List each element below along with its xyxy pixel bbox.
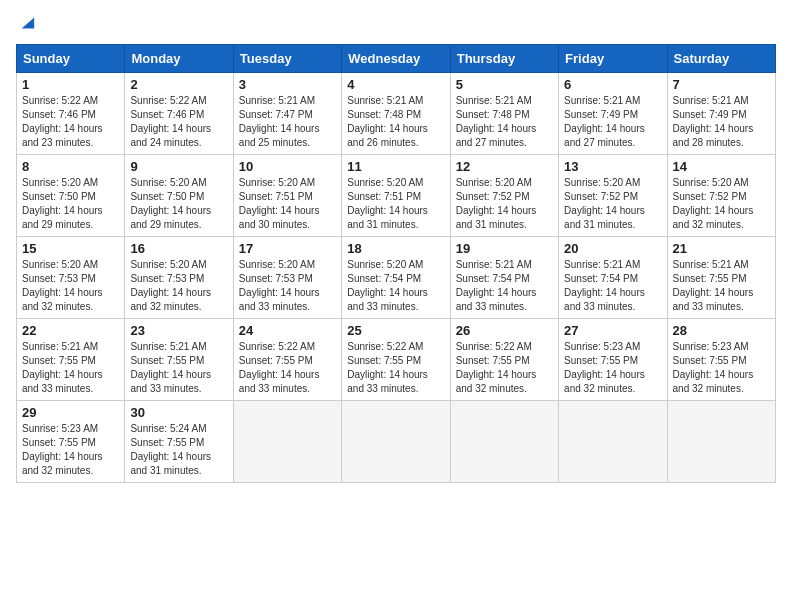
header-wednesday: Wednesday — [342, 45, 450, 73]
day-cell-23: 23 Sunrise: 5:21 AMSunset: 7:55 PMDaylig… — [125, 319, 233, 401]
day-number: 25 — [347, 323, 444, 338]
day-cell-17: 17 Sunrise: 5:20 AMSunset: 7:53 PMDaylig… — [233, 237, 341, 319]
day-cell-16: 16 Sunrise: 5:20 AMSunset: 7:53 PMDaylig… — [125, 237, 233, 319]
day-info: Sunrise: 5:23 AMSunset: 7:55 PMDaylight:… — [564, 341, 645, 394]
day-cell-14: 14 Sunrise: 5:20 AMSunset: 7:52 PMDaylig… — [667, 155, 775, 237]
svg-marker-0 — [22, 18, 35, 29]
page-header — [16, 16, 776, 32]
day-number: 23 — [130, 323, 227, 338]
day-info: Sunrise: 5:21 AMSunset: 7:47 PMDaylight:… — [239, 95, 320, 148]
empty-day — [667, 401, 775, 483]
day-number: 12 — [456, 159, 553, 174]
day-info: Sunrise: 5:21 AMSunset: 7:55 PMDaylight:… — [130, 341, 211, 394]
day-info: Sunrise: 5:20 AMSunset: 7:52 PMDaylight:… — [673, 177, 754, 230]
day-cell-1: 1 Sunrise: 5:22 AMSunset: 7:46 PMDayligh… — [17, 73, 125, 155]
day-number: 28 — [673, 323, 770, 338]
day-cell-6: 6 Sunrise: 5:21 AMSunset: 7:49 PMDayligh… — [559, 73, 667, 155]
calendar-week-row: 29 Sunrise: 5:23 AMSunset: 7:55 PMDaylig… — [17, 401, 776, 483]
day-info: Sunrise: 5:20 AMSunset: 7:54 PMDaylight:… — [347, 259, 428, 312]
day-info: Sunrise: 5:20 AMSunset: 7:51 PMDaylight:… — [239, 177, 320, 230]
header-sunday: Sunday — [17, 45, 125, 73]
day-number: 7 — [673, 77, 770, 92]
day-number: 16 — [130, 241, 227, 256]
day-number: 21 — [673, 241, 770, 256]
day-number: 18 — [347, 241, 444, 256]
day-number: 27 — [564, 323, 661, 338]
day-info: Sunrise: 5:20 AMSunset: 7:53 PMDaylight:… — [22, 259, 103, 312]
day-cell-30: 30 Sunrise: 5:24 AMSunset: 7:55 PMDaylig… — [125, 401, 233, 483]
day-info: Sunrise: 5:22 AMSunset: 7:46 PMDaylight:… — [130, 95, 211, 148]
day-number: 22 — [22, 323, 119, 338]
day-info: Sunrise: 5:20 AMSunset: 7:51 PMDaylight:… — [347, 177, 428, 230]
day-cell-9: 9 Sunrise: 5:20 AMSunset: 7:50 PMDayligh… — [125, 155, 233, 237]
day-cell-22: 22 Sunrise: 5:21 AMSunset: 7:55 PMDaylig… — [17, 319, 125, 401]
day-cell-13: 13 Sunrise: 5:20 AMSunset: 7:52 PMDaylig… — [559, 155, 667, 237]
day-cell-27: 27 Sunrise: 5:23 AMSunset: 7:55 PMDaylig… — [559, 319, 667, 401]
day-info: Sunrise: 5:22 AMSunset: 7:55 PMDaylight:… — [239, 341, 320, 394]
day-info: Sunrise: 5:20 AMSunset: 7:52 PMDaylight:… — [456, 177, 537, 230]
calendar-week-row: 22 Sunrise: 5:21 AMSunset: 7:55 PMDaylig… — [17, 319, 776, 401]
day-number: 14 — [673, 159, 770, 174]
day-cell-2: 2 Sunrise: 5:22 AMSunset: 7:46 PMDayligh… — [125, 73, 233, 155]
day-cell-11: 11 Sunrise: 5:20 AMSunset: 7:51 PMDaylig… — [342, 155, 450, 237]
day-info: Sunrise: 5:21 AMSunset: 7:55 PMDaylight:… — [22, 341, 103, 394]
day-number: 8 — [22, 159, 119, 174]
day-number: 19 — [456, 241, 553, 256]
day-cell-12: 12 Sunrise: 5:20 AMSunset: 7:52 PMDaylig… — [450, 155, 558, 237]
day-number: 9 — [130, 159, 227, 174]
day-info: Sunrise: 5:22 AMSunset: 7:55 PMDaylight:… — [347, 341, 428, 394]
day-number: 13 — [564, 159, 661, 174]
empty-day — [559, 401, 667, 483]
calendar-week-row: 1 Sunrise: 5:22 AMSunset: 7:46 PMDayligh… — [17, 73, 776, 155]
day-cell-29: 29 Sunrise: 5:23 AMSunset: 7:55 PMDaylig… — [17, 401, 125, 483]
logo-icon — [18, 14, 36, 32]
empty-day — [342, 401, 450, 483]
day-info: Sunrise: 5:22 AMSunset: 7:55 PMDaylight:… — [456, 341, 537, 394]
day-info: Sunrise: 5:23 AMSunset: 7:55 PMDaylight:… — [22, 423, 103, 476]
day-number: 1 — [22, 77, 119, 92]
day-number: 6 — [564, 77, 661, 92]
day-info: Sunrise: 5:21 AMSunset: 7:48 PMDaylight:… — [347, 95, 428, 148]
day-info: Sunrise: 5:20 AMSunset: 7:50 PMDaylight:… — [22, 177, 103, 230]
day-cell-25: 25 Sunrise: 5:22 AMSunset: 7:55 PMDaylig… — [342, 319, 450, 401]
empty-day — [233, 401, 341, 483]
header-monday: Monday — [125, 45, 233, 73]
day-number: 11 — [347, 159, 444, 174]
day-cell-19: 19 Sunrise: 5:21 AMSunset: 7:54 PMDaylig… — [450, 237, 558, 319]
day-number: 15 — [22, 241, 119, 256]
day-info: Sunrise: 5:22 AMSunset: 7:46 PMDaylight:… — [22, 95, 103, 148]
day-cell-20: 20 Sunrise: 5:21 AMSunset: 7:54 PMDaylig… — [559, 237, 667, 319]
day-cell-4: 4 Sunrise: 5:21 AMSunset: 7:48 PMDayligh… — [342, 73, 450, 155]
day-number: 10 — [239, 159, 336, 174]
day-info: Sunrise: 5:21 AMSunset: 7:49 PMDaylight:… — [673, 95, 754, 148]
calendar-week-row: 8 Sunrise: 5:20 AMSunset: 7:50 PMDayligh… — [17, 155, 776, 237]
day-cell-18: 18 Sunrise: 5:20 AMSunset: 7:54 PMDaylig… — [342, 237, 450, 319]
day-number: 5 — [456, 77, 553, 92]
day-cell-15: 15 Sunrise: 5:20 AMSunset: 7:53 PMDaylig… — [17, 237, 125, 319]
day-cell-8: 8 Sunrise: 5:20 AMSunset: 7:50 PMDayligh… — [17, 155, 125, 237]
day-number: 2 — [130, 77, 227, 92]
header-tuesday: Tuesday — [233, 45, 341, 73]
day-cell-3: 3 Sunrise: 5:21 AMSunset: 7:47 PMDayligh… — [233, 73, 341, 155]
day-info: Sunrise: 5:21 AMSunset: 7:55 PMDaylight:… — [673, 259, 754, 312]
day-cell-24: 24 Sunrise: 5:22 AMSunset: 7:55 PMDaylig… — [233, 319, 341, 401]
day-info: Sunrise: 5:20 AMSunset: 7:52 PMDaylight:… — [564, 177, 645, 230]
day-number: 3 — [239, 77, 336, 92]
day-cell-21: 21 Sunrise: 5:21 AMSunset: 7:55 PMDaylig… — [667, 237, 775, 319]
day-number: 17 — [239, 241, 336, 256]
day-info: Sunrise: 5:21 AMSunset: 7:54 PMDaylight:… — [456, 259, 537, 312]
day-number: 30 — [130, 405, 227, 420]
day-info: Sunrise: 5:21 AMSunset: 7:49 PMDaylight:… — [564, 95, 645, 148]
day-info: Sunrise: 5:21 AMSunset: 7:48 PMDaylight:… — [456, 95, 537, 148]
empty-day — [450, 401, 558, 483]
day-cell-7: 7 Sunrise: 5:21 AMSunset: 7:49 PMDayligh… — [667, 73, 775, 155]
day-cell-26: 26 Sunrise: 5:22 AMSunset: 7:55 PMDaylig… — [450, 319, 558, 401]
logo — [16, 16, 36, 32]
day-info: Sunrise: 5:20 AMSunset: 7:53 PMDaylight:… — [130, 259, 211, 312]
header-friday: Friday — [559, 45, 667, 73]
day-cell-28: 28 Sunrise: 5:23 AMSunset: 7:55 PMDaylig… — [667, 319, 775, 401]
day-info: Sunrise: 5:20 AMSunset: 7:53 PMDaylight:… — [239, 259, 320, 312]
day-number: 4 — [347, 77, 444, 92]
day-info: Sunrise: 5:23 AMSunset: 7:55 PMDaylight:… — [673, 341, 754, 394]
day-cell-5: 5 Sunrise: 5:21 AMSunset: 7:48 PMDayligh… — [450, 73, 558, 155]
